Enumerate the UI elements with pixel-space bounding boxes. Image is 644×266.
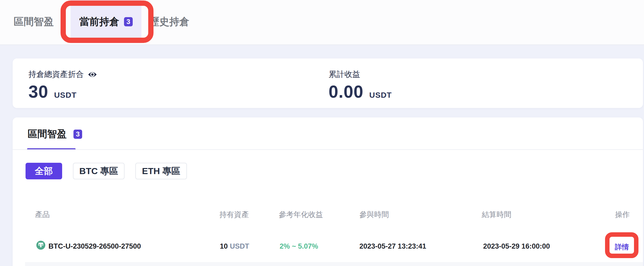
apr-range: 2% ~ 5.07%: [280, 242, 318, 250]
tab-label: 當前持倉: [79, 15, 119, 28]
tab-label: 歷史持倉: [149, 15, 189, 28]
cumulative-profit-unit: USDT: [369, 91, 392, 100]
amount-value: 10: [220, 242, 228, 250]
held-amount: 10USDT: [220, 242, 249, 250]
filter-eth-button[interactable]: ETH 專區: [135, 163, 187, 179]
settle-time: 2023-05-29 16:00:00: [483, 242, 550, 250]
product-name: BTC-U-230529-26500-27500: [48, 242, 141, 250]
total-assets-label: 持倉總資產折合: [28, 69, 84, 80]
total-assets-value: 30: [28, 82, 48, 102]
positions-card: 區間智盈 3 全部 BTC 專區 ETH 專區 產品 持有資產 參考年化收益 參…: [13, 117, 643, 266]
next-row-strip: [25, 262, 643, 266]
filter-group: 全部 BTC 專區 ETH 專區: [26, 163, 187, 179]
section-count-badge: 3: [73, 130, 82, 139]
summary-card: 持倉總資產折合 30 USDT 累計收益 0.00 USDT: [13, 58, 643, 108]
cumulative-profit-label: 累計收益: [329, 69, 360, 80]
count-badge: 3: [124, 17, 133, 26]
eye-icon[interactable]: [88, 71, 97, 78]
amount-unit: USDT: [230, 242, 249, 250]
top-tab-bar: 區間智盈 當前持倉 3 歷史持倉: [0, 0, 644, 45]
tab-label: 區間智盈: [14, 15, 54, 28]
column-header-action: 操作: [615, 210, 630, 220]
divider: [13, 149, 643, 150]
join-time: 2023-05-27 13:23:41: [359, 242, 426, 250]
tab-current-positions[interactable]: 當前持倉 3: [71, 0, 141, 43]
filter-all-button[interactable]: 全部: [26, 163, 62, 179]
total-assets-unit: USDT: [54, 91, 77, 100]
section-tab-range-smart-profit[interactable]: 區間智盈 3: [28, 127, 82, 141]
tab-history-positions[interactable]: 歷史持倉: [149, 0, 189, 43]
details-link[interactable]: 詳情: [615, 242, 629, 252]
column-header-join-time: 參與時間: [359, 210, 389, 220]
filter-btc-button[interactable]: BTC 專區: [73, 163, 125, 179]
column-header-settle-time: 結算時間: [482, 210, 511, 220]
column-header-product: 產品: [35, 210, 50, 220]
column-header-held-assets: 持有資產: [219, 210, 249, 220]
cumulative-profit-value: 0.00: [329, 82, 363, 102]
section-tab-label: 區間智盈: [28, 127, 67, 141]
column-header-apr: 參考年化收益: [279, 210, 323, 220]
tether-icon: [36, 241, 45, 250]
tab-range-smart-profit[interactable]: 區間智盈: [14, 0, 54, 43]
